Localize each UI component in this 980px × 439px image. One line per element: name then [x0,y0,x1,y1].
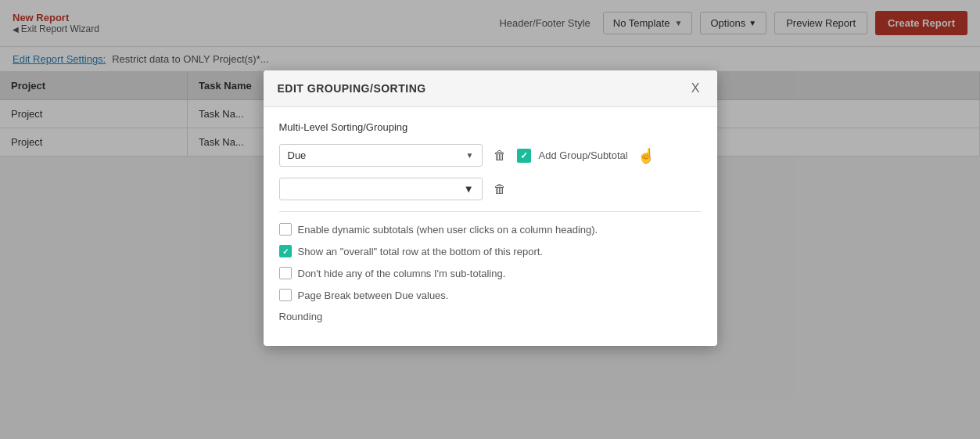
delete-sort-1-icon[interactable]: 🗑 [490,146,509,157]
edit-grouping-modal: EDIT GROUPING/SORTING X Multi-Level Sort… [264,70,717,157]
add-group-checkbox-1[interactable] [517,149,531,157]
sort-select-1[interactable]: Due ▼ [279,144,483,157]
modal-header: EDIT GROUPING/SORTING X [264,70,717,107]
modal-body: Multi-Level Sorting/Grouping Due ▼ 🗑 Add… [264,107,717,157]
modal-overlay: EDIT GROUPING/SORTING X Multi-Level Sort… [0,0,980,157]
sort-select-1-value: Due [288,149,307,157]
modal-close-button[interactable]: X [688,81,703,95]
add-group-label: Add Group/Subtotal [539,149,628,157]
section-label: Multi-Level Sorting/Grouping [279,121,702,133]
sort-row-1: Due ▼ 🗑 Add Group/Subtotal ☝ [279,144,702,157]
cursor-pointer-icon: ☝ [637,147,655,157]
modal-title: EDIT GROUPING/SORTING [278,82,426,95]
sort-select-1-chevron-icon: ▼ [466,151,474,157]
